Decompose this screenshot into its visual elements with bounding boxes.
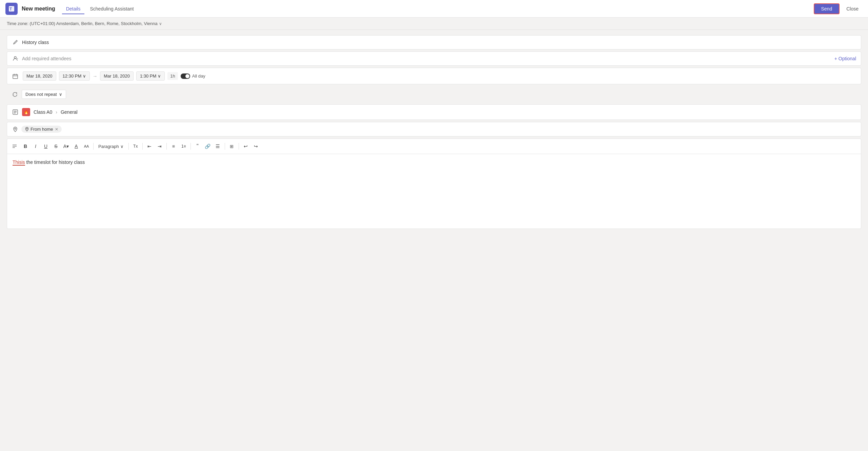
toolbar-table-button[interactable]: ⊞ [227,142,237,151]
channel-subchannel: General [61,109,78,115]
location-tag[interactable]: From home ✕ [21,126,62,133]
end-date-field[interactable]: Mar 18, 2020 [100,71,134,81]
repeat-row: Does not repeat ∨ [7,86,861,102]
toolbar-bullet-list-button[interactable]: ≡ [169,142,178,151]
editor-body-text: the timeslot for history class [25,159,85,165]
channel-separator: › [56,109,57,115]
repeat-icon [12,91,18,98]
attendees-row: Add required attendees + Optional [7,51,861,66]
toolbar-link-button[interactable]: 🔗 [203,142,213,151]
attendees-content: Add required attendees + Optional [22,56,856,61]
editor-list-icon [11,143,18,150]
toolbar-format-clear-button[interactable]: Tx [131,142,140,151]
paragraph-label: Paragraph [98,144,119,149]
form-container: Add required attendees + Optional Mar 18… [7,35,861,229]
allday-label: All day [192,73,205,79]
channel-row: 🔥 Class A0 › General [7,104,861,120]
toolbar-sep-4 [166,143,167,150]
header-left: T New meeting Details Scheduling Assista… [5,3,138,15]
duration-badge: 1h [167,72,178,80]
timezone-bar[interactable]: Time zone: (UTC+01:00) Amsterdam, Berlin… [0,18,868,30]
toolbar-numbered-list-button[interactable]: 1≡ [179,142,188,151]
toolbar-redo-button[interactable]: ↪ [251,142,261,151]
toolbar-highlight-button[interactable]: A [72,142,81,151]
teams-app-icon: T [5,3,18,15]
toolbar-sep-2 [128,143,129,150]
end-time-chevron-icon: ∨ [158,73,161,79]
svg-point-2 [14,57,16,59]
start-date-field[interactable]: Mar 18, 2020 [23,71,56,81]
end-time-field[interactable]: 1:30 PM ∨ [136,71,165,81]
allday-toggle-knob [185,74,189,78]
repeat-label: Does not repeat [25,92,57,97]
app-header: T New meeting Details Scheduling Assista… [0,0,868,18]
app-title: New meeting [22,6,55,12]
attendees-placeholder: Add required attendees [22,56,72,61]
close-button[interactable]: Close [842,4,863,14]
toolbar-undo-button[interactable]: ↩ [241,142,250,151]
title-row [7,35,861,49]
header-tabs: Details Scheduling Assistant [62,4,138,14]
tab-scheduling[interactable]: Scheduling Assistant [86,4,138,14]
repeat-chevron-icon: ∨ [59,92,62,97]
allday-toggle[interactable]: All day [181,73,205,79]
title-input[interactable] [22,40,856,45]
toolbar-sep-3 [142,143,143,150]
class-channel-icon: 🔥 [22,108,30,116]
channel-form-icon [12,109,19,115]
allday-toggle-switch[interactable] [181,73,190,79]
send-button[interactable]: Send [814,3,840,14]
paragraph-chevron-icon: ∨ [120,144,124,149]
toolbar-sep-1 [93,143,94,150]
toolbar-sep-6 [225,143,225,150]
location-tag-icon [25,127,29,131]
location-row: From home ✕ [7,122,861,136]
svg-point-6 [26,128,27,129]
toolbar-sep-7 [239,143,239,150]
location-icon [12,126,19,133]
toolbar-font-size-button[interactable]: AA [82,142,91,151]
edit-icon [12,39,19,46]
svg-text:T: T [9,7,12,12]
header-actions: Send Close [814,3,863,14]
toolbar-bold-button[interactable]: B [21,142,30,151]
datetime-row: Mar 18, 2020 12:30 PM ∨ → Mar 18, 2020 1… [7,68,861,84]
toolbar-strikethrough-button[interactable]: S [51,142,61,151]
editor-body[interactable]: Thisis the timeslot for history class [7,154,861,229]
date-arrow-separator: → [93,73,97,79]
toolbar-align-button[interactable]: ☰ [213,142,223,151]
repeat-selector[interactable]: Does not repeat ∨ [22,90,66,99]
location-tag-label: From home [31,127,53,132]
editor-spell-error-text: Thisis [13,159,25,166]
toolbar-font-color-button[interactable]: A▾ [61,142,71,151]
timezone-label: Time zone: (UTC+01:00) Amsterdam, Berlin… [7,21,158,26]
timezone-chevron-icon: ∨ [159,21,162,26]
channel-name[interactable]: Class A0 [34,109,52,115]
teams-icon: T [8,5,15,12]
svg-rect-3 [13,74,18,79]
start-time-chevron-icon: ∨ [83,73,86,79]
calendar-icon [12,73,19,80]
toolbar-sep-5 [190,143,191,150]
toolbar-indent-decrease-button[interactable]: ⇤ [145,142,154,151]
editor-toolbar: B I U S A▾ A AA Paragraph ∨ Tx ⇤ ⇥ ≡ 1≡ … [7,139,861,154]
paragraph-style-dropdown[interactable]: Paragraph ∨ [96,143,126,150]
toolbar-quote-button[interactable]: " [193,142,202,151]
toolbar-indent-increase-button[interactable]: ⇥ [155,142,164,151]
editor-container: B I U S A▾ A AA Paragraph ∨ Tx ⇤ ⇥ ≡ 1≡ … [7,138,861,229]
tab-details[interactable]: Details [62,4,85,14]
optional-link[interactable]: + Optional [834,56,856,61]
attendees-icon [12,55,19,62]
svg-point-5 [15,128,16,129]
location-remove-button[interactable]: ✕ [55,127,58,132]
toolbar-italic-button[interactable]: I [31,142,40,151]
start-time-field[interactable]: 12:30 PM ∨ [59,71,90,81]
toolbar-underline-button[interactable]: U [41,142,51,151]
